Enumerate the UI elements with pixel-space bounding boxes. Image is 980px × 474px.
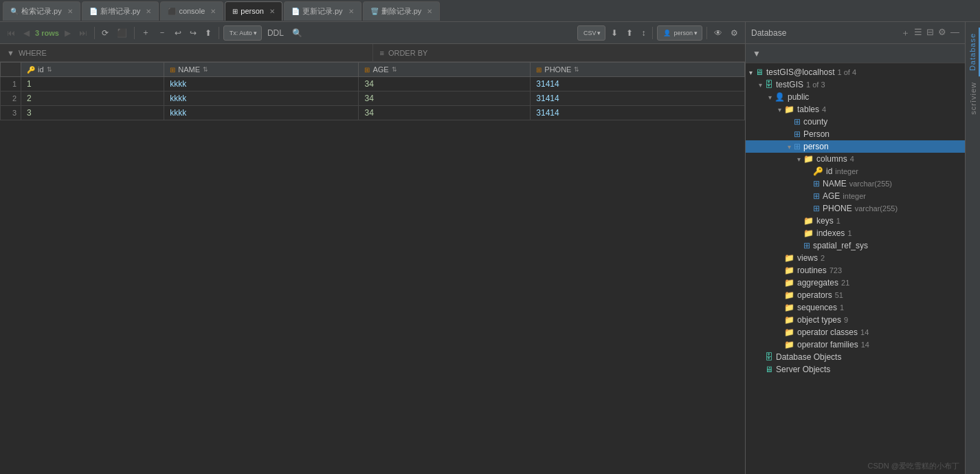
tab-search[interactable]: 🔍 检索记录.py ✕	[3, 1, 80, 21]
tree-item[interactable]: 📁 operators 51	[746, 289, 965, 301]
badge: 14	[861, 341, 869, 349]
tree-item[interactable]: ⊞ NAME varchar(255)	[746, 177, 965, 190]
cell-phone[interactable]: 31414	[531, 106, 745, 120]
nav-prev-btn[interactable]: ◀	[21, 25, 32, 41]
tab-insert[interactable]: 📄 新增记录.py ✕	[82, 1, 159, 21]
tree-item[interactable]: ▾ ⊞ person	[746, 140, 965, 153]
tree-item[interactable]: 🖥 Server Objects	[746, 363, 965, 376]
eye-btn[interactable]: 👁	[711, 25, 725, 41]
cell-id[interactable]: 1	[21, 77, 164, 91]
table-container: 🔑 id ⇅ ⊞ NAME ⇅	[0, 62, 745, 474]
cell-phone[interactable]: 31414	[531, 77, 745, 91]
tab-insert-close[interactable]: ✕	[146, 8, 151, 15]
tree: ▾ 🖥 testGIS@localhost 1 of 4 ▾ 🗄 testGIS…	[746, 63, 965, 458]
col-id-header[interactable]: 🔑 id ⇅	[21, 63, 164, 77]
cell-name[interactable]: kkkk	[164, 91, 359, 106]
refresh-btn[interactable]: ⟳	[99, 25, 111, 41]
sep3	[219, 27, 219, 39]
db-add-icon[interactable]: ＋	[901, 27, 910, 39]
tree-item[interactable]: ⊞ Person	[746, 128, 965, 140]
nav-first-btn[interactable]: ⏮	[4, 25, 18, 41]
table-row[interactable]: 2 2 kkkk 34 31414	[1, 91, 745, 106]
tree-item[interactable]: 📁 views 2	[746, 252, 965, 264]
stop-btn[interactable]: ⬛	[114, 25, 130, 41]
cell-name[interactable]: kkkk	[164, 106, 359, 120]
csv-dropdown[interactable]: CSV ▾	[577, 25, 606, 41]
tab-console[interactable]: ⬛ console ✕	[160, 1, 223, 21]
nav-next-btn[interactable]: ▶	[62, 25, 74, 41]
undo-btn[interactable]: ↩	[172, 25, 184, 41]
tree-item[interactable]: 📁 sequences 1	[746, 301, 965, 314]
cell-age[interactable]: 34	[359, 106, 531, 120]
tree-item[interactable]: ▾ 📁 columns 4	[746, 153, 965, 165]
cell-name[interactable]: kkkk	[164, 77, 359, 91]
sort-arrow-name: ⇅	[203, 66, 208, 73]
key-icon: 🔑	[27, 66, 35, 74]
server-arrow: ▾	[746, 69, 755, 76]
sidebar-database-tab[interactable]: Database	[966, 28, 980, 76]
tab-search-close[interactable]: ✕	[67, 8, 73, 15]
type-label: varchar(255)	[849, 180, 892, 188]
col-phone-header[interactable]: ⊞ PHONE ⇅	[531, 63, 745, 77]
tree-item[interactable]: ▾ 🗄 testGIS 1 of 3	[746, 78, 965, 91]
tree-item[interactable]: 📁 operator families 14	[746, 338, 965, 351]
db-split-icon[interactable]: ⊟	[926, 27, 934, 39]
tab-console-close[interactable]: ✕	[210, 8, 216, 15]
ddl-btn[interactable]: DDL	[265, 25, 287, 41]
tree-item[interactable]: 📁 object types 9	[746, 314, 965, 326]
folder-icon: 📁	[803, 154, 814, 164]
tree-item[interactable]: ▾ 📁 tables 4	[746, 103, 965, 116]
settings-btn[interactable]: ⚙	[728, 25, 741, 41]
tab-update-label: 更新记录.py	[302, 6, 343, 17]
delete-file-icon: 🗑️	[370, 8, 379, 15]
export-btn[interactable]: ⬇	[608, 25, 621, 41]
nav-last-btn[interactable]: ⏭	[76, 25, 90, 41]
tree-item[interactable]: ⊞ PHONE varchar(255)	[746, 202, 965, 215]
table-row[interactable]: 1 1 kkkk 34 31414	[1, 77, 745, 91]
col-name-header[interactable]: ⊞ NAME ⇅	[164, 63, 359, 77]
cell-age[interactable]: 34	[359, 77, 531, 91]
tree-item[interactable]: 📁 indexes 1	[746, 227, 965, 239]
search-btn[interactable]: 🔍	[289, 25, 305, 41]
tab-update-close[interactable]: ✕	[348, 8, 354, 15]
tree-item-server[interactable]: ▾ 🖥 testGIS@localhost 1 of 4	[746, 66, 965, 78]
filter-sort-btn[interactable]: ↕	[638, 25, 648, 41]
tree-item[interactable]: 📁 aggregates 21	[746, 277, 965, 289]
db-list-icon[interactable]: ☰	[914, 27, 922, 39]
tree-item[interactable]: ▾ 👤 public	[746, 91, 965, 103]
person-dropdown[interactable]: 👤 person ▾	[657, 25, 702, 41]
import-btn[interactable]: ⬆	[623, 25, 636, 41]
tree-item[interactable]: 🔑 id integer	[746, 165, 965, 177]
save-btn[interactable]: ⬆	[202, 25, 214, 41]
tree-item[interactable]: ⊞ AGE integer	[746, 190, 965, 202]
col-age-header[interactable]: ⊞ AGE ⇅	[359, 63, 531, 77]
tab-delete[interactable]: 🗑️ 删除记录.py ✕	[363, 1, 441, 21]
cell-age[interactable]: 34	[359, 91, 531, 106]
tree-item[interactable]: 📁 keys 1	[746, 215, 965, 227]
db-settings-icon[interactable]: ⚙	[938, 27, 946, 39]
tree-arrow	[794, 217, 803, 225]
tree-item[interactable]: ⊞ spatial_ref_sys	[746, 239, 965, 252]
db-tb-filter-icon[interactable]: ▼	[750, 47, 764, 60]
add-row-btn[interactable]: ＋	[139, 25, 153, 41]
tab-update[interactable]: 📄 更新记录.py ✕	[284, 1, 361, 21]
redo-btn[interactable]: ↪	[187, 25, 199, 41]
tx-dropdown[interactable]: Tx: Auto ▾	[223, 25, 262, 41]
tree-item[interactable]: 📁 routines 723	[746, 264, 965, 277]
folder-icon: 📁	[784, 266, 794, 275]
cell-id[interactable]: 2	[21, 91, 164, 106]
tree-item[interactable]: ⊞ county	[746, 116, 965, 128]
cell-phone[interactable]: 31414	[531, 91, 745, 106]
table-row[interactable]: 3 3 kkkk 34 31414	[1, 106, 745, 120]
cell-id[interactable]: 3	[21, 106, 164, 120]
tab-person[interactable]: ⊞ person ✕	[225, 1, 282, 21]
sidebar-scriview-tab[interactable]: scrīview	[967, 76, 979, 120]
delete-row-btn[interactable]: －	[155, 25, 169, 41]
db-close-icon[interactable]: —	[950, 27, 959, 39]
tab-person-close[interactable]: ✕	[269, 8, 275, 15]
tree-item[interactable]: 🗄 Database Objects	[746, 351, 965, 363]
tree-item-label: Database Objects	[776, 352, 841, 362]
tree-arrow	[784, 118, 794, 126]
tree-item[interactable]: 📁 operator classes 14	[746, 326, 965, 338]
tab-delete-close[interactable]: ✕	[427, 8, 432, 15]
